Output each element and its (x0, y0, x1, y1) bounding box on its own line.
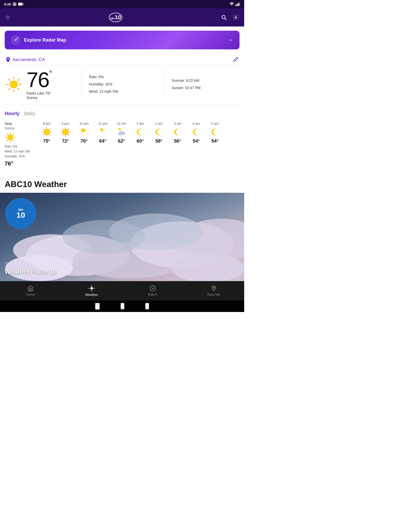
svg-line-43 (49, 129, 50, 130)
forecast-tabs: Hourly Daily (5, 109, 240, 117)
hourly-item: 2 am 58° (150, 122, 168, 167)
watch-label: Watch (148, 292, 157, 296)
circle-status-icon (12, 2, 17, 6)
svg-point-67 (62, 220, 145, 254)
pencil-icon (233, 57, 238, 62)
sunny-icon (5, 75, 23, 94)
cloud-overlay (0, 193, 244, 281)
svg-line-26 (9, 88, 10, 90)
radar-icon (11, 35, 20, 45)
android-nav: ◀ ● ■ (0, 301, 244, 312)
now-label: Now (5, 122, 30, 126)
svg-point-58 (100, 133, 104, 136)
hourly-weather-icon (117, 127, 127, 137)
svg-point-17 (8, 58, 9, 59)
now-sun-icon (5, 132, 16, 143)
hourly-item: 9 pm 72° (56, 122, 75, 167)
hourly-time-label: 11 pm (98, 122, 108, 125)
wifi-icon (229, 2, 234, 6)
humidity-info: Humidity: 32% (89, 81, 157, 88)
hourly-time-label: 10 pm (79, 122, 89, 125)
hourly-temperature: 54° (211, 138, 218, 144)
hourly-temperature: 72° (62, 138, 69, 144)
video-bracket: ⌐ (5, 260, 8, 265)
radar-banner[interactable]: Explore Radar Map → (5, 31, 240, 49)
svg-rect-5 (235, 5, 236, 6)
recent-button[interactable]: ■ (145, 303, 149, 309)
hourly-temperature: 56° (174, 138, 181, 144)
hourly-now: Now Sunny Rain: 0% Wind: 13 mph SW Humid… (5, 122, 34, 167)
hourly-time-label: 3 am (174, 122, 181, 125)
hourly-scroll[interactable]: Now Sunny Rain: 0% Wind: 13 mph SW Humid… (5, 122, 240, 169)
bottom-nav-weather[interactable]: Weather (61, 281, 122, 301)
abc10-weather-title: ABC10 Weather (0, 173, 244, 193)
condition: Sunny (26, 95, 52, 100)
now-temp: 76° (5, 160, 30, 167)
weather-nav-icon (88, 285, 95, 292)
hourly-time-label: 8 pm (43, 122, 50, 125)
search-icon (221, 14, 227, 21)
hourly-item: 5 am 54° (206, 122, 224, 167)
temperature: 76 (26, 69, 49, 90)
nearme-label: Near Me (207, 292, 220, 296)
home-icon (28, 285, 34, 291)
svg-point-56 (81, 132, 85, 135)
back-button[interactable]: ◀ (95, 303, 100, 310)
hourly-weather-icon (210, 127, 220, 137)
bottom-nav-home[interactable]: Home (0, 281, 61, 301)
svg-point-69 (171, 254, 244, 281)
hourly-weather-icon (135, 127, 145, 137)
svg-line-23 (9, 79, 10, 81)
svg-line-41 (43, 129, 44, 130)
location-row: Sacramento, CA (5, 54, 240, 65)
svg-point-27 (8, 135, 13, 140)
hourly-temperature: 58° (155, 138, 162, 144)
location-pin-icon (6, 57, 10, 62)
hourly-weather-icon (191, 127, 201, 137)
search-button[interactable] (221, 14, 227, 21)
bottom-nav-watch[interactable]: Watch (122, 281, 183, 301)
hourly-time-label: 1 am (136, 122, 144, 125)
status-time: 6:28 (4, 2, 23, 6)
favorite-button[interactable]: ☆ (5, 14, 10, 21)
degree: ° (49, 69, 52, 77)
svg-line-52 (68, 129, 69, 130)
home-button[interactable]: ● (121, 303, 124, 309)
hourly-item: 11 pm 64° (94, 122, 112, 167)
main-content: Explore Radar Map → Sacramento, CA (0, 26, 244, 173)
hourly-item: 3 am 56° (168, 122, 187, 167)
bottom-nav-nearme[interactable]: Near Me (183, 281, 244, 301)
svg-marker-76 (152, 287, 154, 289)
svg-rect-4 (18, 3, 22, 5)
hourly-temperature: 62° (118, 138, 125, 144)
nearme-icon (211, 285, 217, 291)
hourly-item: 4 am 54° (187, 122, 206, 167)
now-stats: Rain: 0% Wind: 13 mph SW Humidity: 32% (5, 144, 30, 159)
settings-button[interactable] (233, 14, 239, 21)
hourly-items: 8 pm 75° 9 pm 72° (37, 122, 224, 167)
daily-tab[interactable]: Daily (24, 110, 35, 117)
svg-line-44 (43, 134, 44, 135)
svg-point-10 (222, 15, 225, 19)
svg-line-34 (13, 134, 14, 135)
edit-location-button[interactable] (233, 57, 238, 63)
sunset-info: Sunset: 10:47 PM (172, 85, 240, 91)
star-icon: ☆ (5, 14, 10, 21)
sunrise-info: Sunrise: 9:22 AM (172, 78, 240, 84)
weather-details: Rain: 0% Humidity: 32% Wind: 13 mph SW (86, 69, 159, 100)
hourly-tab[interactable]: Hourly (5, 110, 19, 117)
current-weather: 76 ° Feels Like 76° Sunny Rain: 0% Humid… (5, 69, 240, 105)
feels-like: Feels Like 76° (26, 91, 52, 95)
svg-rect-7 (237, 3, 238, 6)
hourly-time-label: 9 pm (62, 122, 69, 125)
time-display: 6:28 (4, 2, 11, 6)
svg-line-24 (18, 88, 19, 90)
signal-icon (235, 2, 240, 6)
svg-rect-8 (238, 3, 239, 6)
hourly-weather-icon (79, 127, 89, 137)
gear-icon (233, 14, 239, 21)
svg-point-70 (90, 287, 93, 290)
top-nav: ☆ abc10 (0, 8, 244, 26)
svg-line-33 (13, 140, 14, 141)
video-section[interactable]: abc 10 ⌐ Weather Force 10 (0, 193, 244, 281)
